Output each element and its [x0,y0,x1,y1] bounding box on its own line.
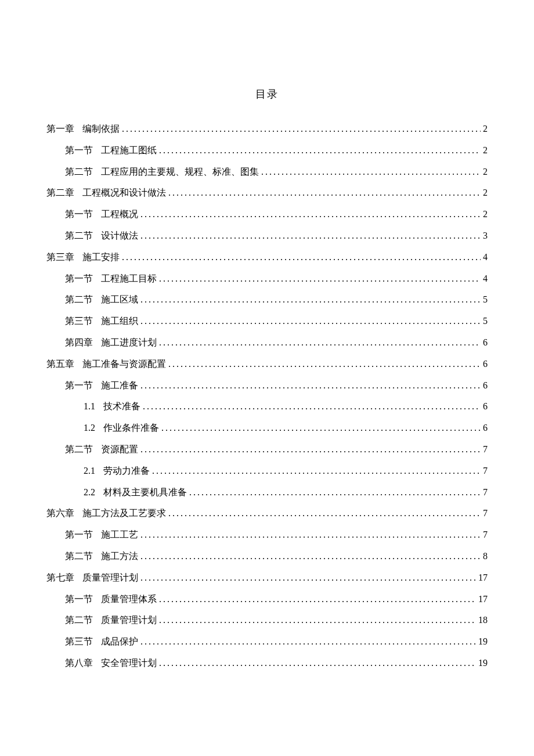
toc-dots [189,482,481,503]
toc-entry: 第二节施工方法8 [46,546,488,567]
toc-dots [159,610,476,631]
toc-entry-text: 成品保护 [101,631,138,653]
toc-entry-text: 安全管理计划 [101,653,157,674]
toc-entry-label: 2.2 [84,482,95,503]
toc-entry-page: 19 [478,653,488,674]
toc-dots [161,417,481,439]
toc-dots [140,631,476,653]
toc-entry-page: 17 [478,567,488,589]
toc-entry-text: 作业条件准备 [103,417,159,439]
toc-entry: 2.2材料及主要机具准备7 [46,482,488,503]
toc-entry-page: 6 [483,396,488,417]
toc-entry-page: 6 [483,332,488,354]
toc-dots [140,225,481,247]
toc-entry-label: 第二节 [65,610,93,631]
toc-entry: 第三章施工安排4 [46,247,488,268]
toc-entry-page: 2 [483,182,488,204]
toc-entry-label: 第二节 [65,289,93,311]
toc-entry: 第七章质量管理计划17 [46,567,488,589]
toc-entry-label: 第四章 [65,332,93,354]
toc-entry-page: 2 [483,118,488,140]
toc-entry-label: 第一节 [65,589,93,610]
toc-entry-page: 5 [483,289,488,311]
toc-entry-label: 1.2 [84,417,95,439]
toc-entry-page: 17 [478,589,488,610]
toc-dots [159,589,476,610]
toc-entry-page: 7 [483,503,488,524]
toc-entry: 第六章施工方法及工艺要求7 [46,503,488,524]
toc-entry: 第三节成品保护19 [46,631,488,653]
toc-dots [140,311,481,332]
toc-entry-text: 工程应用的主要规、规程、标准、图集 [101,161,259,183]
toc-dots [168,503,481,524]
toc-entry: 第二节工程应用的主要规、规程、标准、图集2 [46,161,488,183]
toc-entry: 1.2作业条件准备6 [46,417,488,439]
toc-dots [143,396,481,417]
toc-dots [140,289,481,311]
toc-entry-text: 技术准备 [103,396,140,417]
toc-entry-label: 第一章 [46,118,74,140]
toc-entry-text: 材料及主要机具准备 [103,482,187,503]
toc-entry-label: 第一节 [65,204,93,225]
toc-entry-label: 第三节 [65,311,93,332]
toc-dots [168,182,481,204]
toc-entry-page: 18 [478,610,488,631]
toc-entry-text: 施工方法 [101,546,138,567]
toc-entry-label: 第八章 [65,653,93,674]
toc-entry-text: 工程施工图纸 [101,140,157,161]
toc-entry-page: 5 [483,311,488,332]
toc-entry-text: 质量管理计划 [82,567,138,589]
toc-entry-text: 质量管理体系 [101,589,157,610]
toc-entry: 第二节质量管理计划18 [46,610,488,631]
toc-entry: 第二章工程概况和设计做法2 [46,182,488,204]
toc-dots [261,161,481,183]
toc-entry-text: 施工安排 [82,247,120,268]
toc-entry-text: 施工工艺 [101,524,138,546]
toc-entry-text: 设计做法 [101,225,138,247]
toc-entry-label: 第三章 [46,247,74,268]
toc-dots [168,354,481,375]
toc-entry-text: 施工方法及工艺要求 [82,503,166,524]
toc-entry-label: 第一节 [65,524,93,546]
toc-entry-page: 6 [483,375,488,397]
toc-dots [159,140,481,161]
toc-entry-page: 4 [483,268,488,290]
toc-entry: 第一节施工工艺7 [46,524,488,546]
toc-entry-page: 7 [483,460,488,482]
toc-entry: 第八章安全管理计划19 [46,653,488,674]
toc-entry-label: 第一节 [65,268,93,290]
toc-entry-label: 第一节 [65,140,93,161]
toc-entry-page: 6 [483,354,488,375]
toc-entry-text: 质量管理计划 [101,610,157,631]
toc-entry-text: 劳动力准备 [103,460,150,482]
toc-dots [140,375,481,397]
toc-entry: 第五章施工准备与资源配置6 [46,354,488,375]
toc-entry-label: 第二节 [65,161,93,183]
toc-entry-label: 第二章 [46,182,74,204]
toc-dots [140,439,481,460]
toc-entry: 第二节施工区域5 [46,289,488,311]
toc-dots [159,653,476,674]
toc-dots [159,268,481,290]
toc-entry-page: 4 [483,247,488,268]
toc-entry: 第二节资源配置7 [46,439,488,460]
toc-dots [122,247,481,268]
toc-dots [140,204,481,225]
toc-dots [140,524,481,546]
toc-entry-label: 1.1 [84,396,95,417]
toc-dots [159,332,481,354]
toc-entry-page: 2 [483,204,488,225]
toc-entry-page: 8 [483,546,488,567]
toc-dots [152,460,481,482]
toc-entry-page: 6 [483,417,488,439]
toc-entry-label: 第二节 [65,439,93,460]
toc-entry-page: 7 [483,482,488,503]
toc-entry-text: 施工准备与资源配置 [82,354,166,375]
toc-entry: 2.1劳动力准备7 [46,460,488,482]
toc-entry: 第四章施工进度计划6 [46,332,488,354]
toc-entry-page: 2 [483,161,488,183]
toc-entry-label: 第一节 [65,375,93,397]
toc-entry-text: 工程施工目标 [101,268,157,290]
toc-entry-label: 第三节 [65,631,93,653]
toc-entry-page: 7 [483,524,488,546]
